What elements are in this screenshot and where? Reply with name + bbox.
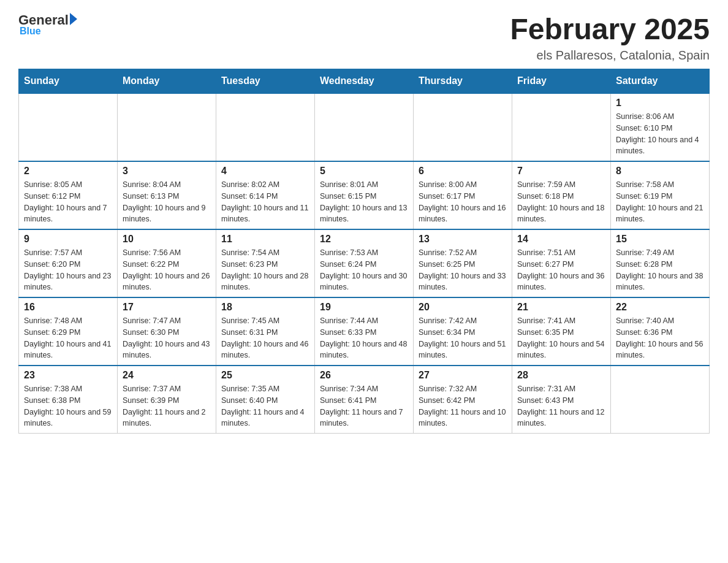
day-number: 10 [123, 234, 211, 245]
day-info: Sunrise: 7:51 AMSunset: 6:27 PMDaylight:… [517, 247, 605, 293]
calendar-day-cell: 15Sunrise: 7:49 AMSunset: 6:28 PMDayligh… [611, 229, 710, 297]
calendar-day-cell: 7Sunrise: 7:59 AMSunset: 6:18 PMDaylight… [512, 161, 611, 229]
calendar-day-cell: 11Sunrise: 7:54 AMSunset: 6:23 PMDayligh… [216, 229, 315, 297]
weekday-header: Saturday [611, 69, 710, 94]
day-info: Sunrise: 7:58 AMSunset: 6:19 PMDaylight:… [616, 179, 704, 225]
calendar-day-cell [118, 93, 216, 161]
day-info: Sunrise: 7:42 AMSunset: 6:34 PMDaylight:… [419, 315, 507, 361]
day-number: 13 [419, 234, 507, 245]
calendar-day-cell: 19Sunrise: 7:44 AMSunset: 6:33 PMDayligh… [315, 297, 414, 366]
day-number: 17 [123, 302, 211, 313]
day-number: 26 [320, 370, 408, 381]
calendar-day-cell: 28Sunrise: 7:31 AMSunset: 6:43 PMDayligh… [512, 366, 611, 434]
day-number: 4 [221, 166, 309, 177]
day-info: Sunrise: 7:37 AMSunset: 6:39 PMDaylight:… [123, 383, 211, 429]
calendar-day-cell: 9Sunrise: 7:57 AMSunset: 6:20 PMDaylight… [19, 229, 118, 297]
weekday-header: Tuesday [216, 69, 315, 94]
day-number: 27 [419, 370, 507, 381]
day-number: 6 [419, 166, 507, 177]
calendar-day-cell [19, 93, 118, 161]
calendar-day-cell: 21Sunrise: 7:41 AMSunset: 6:35 PMDayligh… [512, 297, 611, 366]
calendar-day-cell: 2Sunrise: 8:05 AMSunset: 6:12 PMDaylight… [19, 161, 118, 229]
weekday-header: Wednesday [315, 69, 414, 94]
logo-blue: Blue [20, 26, 41, 37]
day-info: Sunrise: 7:44 AMSunset: 6:33 PMDaylight:… [320, 315, 408, 361]
calendar-week-row: 2Sunrise: 8:05 AMSunset: 6:12 PMDaylight… [19, 161, 710, 229]
calendar-day-cell: 27Sunrise: 7:32 AMSunset: 6:42 PMDayligh… [414, 366, 512, 434]
calendar-day-cell: 16Sunrise: 7:48 AMSunset: 6:29 PMDayligh… [19, 297, 118, 366]
calendar-day-cell: 23Sunrise: 7:38 AMSunset: 6:38 PMDayligh… [19, 366, 118, 434]
day-number: 18 [221, 302, 309, 313]
day-info: Sunrise: 8:00 AMSunset: 6:17 PMDaylight:… [419, 179, 507, 225]
day-number: 11 [221, 234, 309, 245]
day-info: Sunrise: 8:01 AMSunset: 6:15 PMDaylight:… [320, 179, 408, 225]
day-number: 22 [616, 302, 704, 313]
day-info: Sunrise: 7:47 AMSunset: 6:30 PMDaylight:… [123, 315, 211, 361]
logo: General Blue [18, 12, 77, 37]
day-info: Sunrise: 7:52 AMSunset: 6:25 PMDaylight:… [419, 247, 507, 293]
calendar-day-cell: 1Sunrise: 8:06 AMSunset: 6:10 PMDaylight… [611, 93, 710, 161]
day-info: Sunrise: 7:34 AMSunset: 6:41 PMDaylight:… [320, 383, 408, 429]
weekday-header: Friday [512, 69, 611, 94]
calendar-day-cell [216, 93, 315, 161]
calendar-day-cell [315, 93, 414, 161]
day-info: Sunrise: 7:32 AMSunset: 6:42 PMDaylight:… [419, 383, 507, 429]
page-header: General Blue February 2025 els Pallareso… [18, 12, 710, 63]
day-info: Sunrise: 7:35 AMSunset: 6:40 PMDaylight:… [221, 383, 309, 429]
day-info: Sunrise: 7:53 AMSunset: 6:24 PMDaylight:… [320, 247, 408, 293]
day-number: 1 [616, 98, 704, 109]
weekday-header-row: SundayMondayTuesdayWednesdayThursdayFrid… [19, 69, 710, 94]
day-number: 19 [320, 302, 408, 313]
calendar-day-cell: 6Sunrise: 8:00 AMSunset: 6:17 PMDaylight… [414, 161, 512, 229]
logo-arrow-icon [70, 13, 77, 25]
day-number: 24 [123, 370, 211, 381]
calendar-day-cell: 10Sunrise: 7:56 AMSunset: 6:22 PMDayligh… [118, 229, 216, 297]
calendar-subtitle: els Pallaresos, Catalonia, Spain [510, 48, 710, 63]
day-number: 2 [24, 166, 112, 177]
calendar-day-cell: 5Sunrise: 8:01 AMSunset: 6:15 PMDaylight… [315, 161, 414, 229]
day-info: Sunrise: 7:48 AMSunset: 6:29 PMDaylight:… [24, 315, 112, 361]
day-info: Sunrise: 7:49 AMSunset: 6:28 PMDaylight:… [616, 247, 704, 293]
day-number: 7 [517, 166, 605, 177]
day-info: Sunrise: 7:40 AMSunset: 6:36 PMDaylight:… [616, 315, 704, 361]
calendar-day-cell: 13Sunrise: 7:52 AMSunset: 6:25 PMDayligh… [414, 229, 512, 297]
day-number: 14 [517, 234, 605, 245]
day-number: 9 [24, 234, 112, 245]
calendar-day-cell: 20Sunrise: 7:42 AMSunset: 6:34 PMDayligh… [414, 297, 512, 366]
calendar-day-cell: 26Sunrise: 7:34 AMSunset: 6:41 PMDayligh… [315, 366, 414, 434]
day-info: Sunrise: 8:02 AMSunset: 6:14 PMDaylight:… [221, 179, 309, 225]
day-number: 21 [517, 302, 605, 313]
day-info: Sunrise: 8:05 AMSunset: 6:12 PMDaylight:… [24, 179, 112, 225]
calendar-day-cell: 18Sunrise: 7:45 AMSunset: 6:31 PMDayligh… [216, 297, 315, 366]
weekday-header: Sunday [19, 69, 118, 94]
calendar-week-row: 23Sunrise: 7:38 AMSunset: 6:38 PMDayligh… [19, 366, 710, 434]
day-number: 8 [616, 166, 704, 177]
day-info: Sunrise: 7:38 AMSunset: 6:38 PMDaylight:… [24, 383, 112, 429]
day-info: Sunrise: 7:57 AMSunset: 6:20 PMDaylight:… [24, 247, 112, 293]
calendar-day-cell [414, 93, 512, 161]
day-number: 5 [320, 166, 408, 177]
calendar-day-cell: 22Sunrise: 7:40 AMSunset: 6:36 PMDayligh… [611, 297, 710, 366]
day-info: Sunrise: 7:31 AMSunset: 6:43 PMDaylight:… [517, 383, 605, 429]
day-number: 12 [320, 234, 408, 245]
calendar-week-row: 9Sunrise: 7:57 AMSunset: 6:20 PMDaylight… [19, 229, 710, 297]
calendar-day-cell: 14Sunrise: 7:51 AMSunset: 6:27 PMDayligh… [512, 229, 611, 297]
calendar-title: February 2025 [510, 12, 710, 46]
day-info: Sunrise: 7:45 AMSunset: 6:31 PMDaylight:… [221, 315, 309, 361]
day-info: Sunrise: 7:41 AMSunset: 6:35 PMDaylight:… [517, 315, 605, 361]
day-number: 3 [123, 166, 211, 177]
calendar-day-cell: 24Sunrise: 7:37 AMSunset: 6:39 PMDayligh… [118, 366, 216, 434]
day-info: Sunrise: 8:04 AMSunset: 6:13 PMDaylight:… [123, 179, 211, 225]
day-info: Sunrise: 7:59 AMSunset: 6:18 PMDaylight:… [517, 179, 605, 225]
calendar-day-cell [512, 93, 611, 161]
day-info: Sunrise: 8:06 AMSunset: 6:10 PMDaylight:… [616, 111, 704, 157]
day-number: 20 [419, 302, 507, 313]
day-number: 28 [517, 370, 605, 381]
calendar-day-cell: 12Sunrise: 7:53 AMSunset: 6:24 PMDayligh… [315, 229, 414, 297]
calendar-day-cell: 3Sunrise: 8:04 AMSunset: 6:13 PMDaylight… [118, 161, 216, 229]
day-number: 23 [24, 370, 112, 381]
calendar-table: SundayMondayTuesdayWednesdayThursdayFrid… [18, 69, 710, 434]
day-number: 16 [24, 302, 112, 313]
calendar-week-row: 1Sunrise: 8:06 AMSunset: 6:10 PMDaylight… [19, 93, 710, 161]
day-number: 25 [221, 370, 309, 381]
